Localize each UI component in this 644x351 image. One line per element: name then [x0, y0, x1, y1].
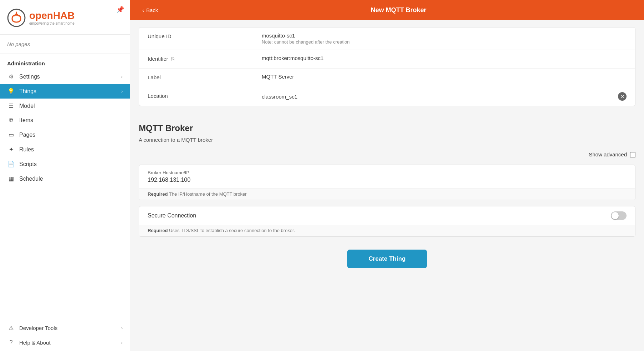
description-section: MQTT Broker A connection to a MQTT broke…	[130, 113, 644, 165]
sidebar-item-model-label: Model	[19, 103, 123, 109]
logo-text: openHAB empowering the smart home	[29, 11, 75, 25]
help-about-chevron-icon: ›	[121, 340, 123, 345]
settings-icon: ⚙	[7, 73, 15, 80]
content-area: Unique ID mosquitto-sc1 Note: cannot be …	[130, 20, 644, 351]
sidebar-bottom: ⚠ Developer Tools › ? Help & About ›	[0, 319, 130, 351]
sidebar-item-pages[interactable]: ▭ Pages	[0, 127, 130, 142]
show-advanced-checkbox[interactable]	[630, 152, 635, 157]
show-advanced-label: Show advanced	[589, 151, 627, 157]
sidebar-item-settings-label: Settings	[19, 74, 117, 80]
items-icon: ⧉	[7, 117, 15, 124]
settings-chevron-icon: ›	[121, 74, 123, 79]
sidebar-item-items[interactable]: ⧉ Items	[0, 113, 130, 127]
create-thing-button[interactable]: Create Thing	[347, 250, 427, 268]
sidebar-item-items-label: Items	[19, 117, 123, 124]
secure-connection-help-text: Uses TLS/SSL to establish a secure conne…	[168, 228, 295, 233]
pages-icon: ▭	[7, 131, 15, 138]
location-label: Location	[148, 92, 262, 99]
logo-open: open	[29, 10, 53, 21]
location-row: Location classroom_sc1 ✕	[139, 87, 635, 106]
rules-icon: ✦	[7, 146, 15, 153]
broker-hostname-required: Required	[148, 191, 168, 197]
label-row: Label MQTT Server	[139, 69, 635, 87]
unique-id-label: Unique ID	[148, 32, 262, 39]
page-header: ‹ Back New MQTT Broker	[130, 0, 644, 20]
things-icon: 💡	[7, 88, 15, 95]
no-pages-label: No pages	[0, 35, 130, 54]
create-button-container: Create Thing	[130, 242, 644, 279]
page-title: New MQTT Broker	[162, 6, 635, 14]
sidebar-item-developer-tools[interactable]: ⚠ Developer Tools ›	[0, 321, 130, 335]
main-content: ‹ Back New MQTT Broker Unique ID mosquit…	[130, 0, 644, 351]
schedule-icon: ▦	[7, 175, 15, 182]
things-chevron-icon: ›	[121, 89, 123, 94]
description-text: A connection to a MQTT broker	[139, 137, 635, 143]
logo-tagline: empowering the smart home	[29, 21, 75, 25]
broker-hostname-help: Required The IP/Hostname of the MQTT bro…	[139, 189, 635, 200]
unique-id-value: mosquitto-sc1 Note: cannot be changed af…	[262, 32, 627, 45]
location-clear-button[interactable]: ✕	[618, 92, 627, 101]
identifier-row: Identifier ⎘ mqtt:broker:mosquitto-sc1	[139, 50, 635, 69]
identifier-label-text: Identifier	[148, 56, 168, 62]
logo-hab: HAB	[53, 10, 75, 21]
sidebar-item-settings[interactable]: ⚙ Settings ›	[0, 69, 130, 84]
location-value-container: classroom_sc1 ✕	[262, 92, 627, 101]
sidebar-item-schedule-label: Schedule	[19, 176, 123, 182]
model-icon: ☰	[7, 102, 15, 109]
secure-connection-help: Required Uses TLS/SSL to establish a sec…	[139, 225, 635, 236]
show-advanced-row: Show advanced	[139, 149, 635, 157]
unique-id-row: Unique ID mosquitto-sc1 Note: cannot be …	[139, 27, 635, 50]
location-value: classroom_sc1	[262, 94, 615, 100]
secure-connection-card: Secure Connection Required Uses TLS/SSL …	[139, 206, 635, 237]
unique-id-note: Note: cannot be changed after the creati…	[262, 39, 627, 45]
sidebar-item-scripts[interactable]: 📄 Scripts	[0, 157, 130, 171]
sidebar: 📌 openHAB empowering the smart home No p…	[0, 0, 130, 351]
broker-hostname-label: Broker Hostname/IP	[148, 170, 627, 175]
broker-hostname-value[interactable]: 192.168.131.100	[148, 177, 627, 183]
identifier-value: mqtt:broker:mosquitto-sc1	[262, 55, 627, 61]
openhab-logo-icon	[7, 9, 26, 27]
sidebar-item-schedule[interactable]: ▦ Schedule	[0, 171, 130, 186]
broker-hostname-card: Broker Hostname/IP 192.168.131.100 Requi…	[139, 165, 635, 200]
administration-section-title: Administration	[0, 54, 130, 69]
sidebar-item-rules[interactable]: ✦ Rules	[0, 142, 130, 157]
secure-connection-required: Required	[148, 228, 168, 233]
sidebar-item-pages-label: Pages	[19, 132, 123, 138]
sidebar-item-things-label: Things	[19, 88, 117, 95]
label-label: Label	[148, 74, 262, 80]
sidebar-item-developer-tools-label: Developer Tools	[19, 325, 117, 331]
sidebar-item-rules-label: Rules	[19, 146, 123, 153]
metadata-form-card: Unique ID mosquitto-sc1 Note: cannot be …	[139, 27, 635, 106]
description-title: MQTT Broker	[139, 123, 635, 133]
back-chevron-icon: ‹	[142, 7, 144, 13]
pin-icon[interactable]: 📌	[116, 6, 124, 14]
back-button[interactable]: ‹ Back	[139, 5, 162, 15]
developer-tools-chevron-icon: ›	[121, 325, 123, 331]
secure-connection-label: Secure Connection	[148, 212, 611, 219]
broker-hostname-field: Broker Hostname/IP 192.168.131.100	[139, 165, 635, 189]
sidebar-item-things[interactable]: 💡 Things ›	[0, 84, 130, 99]
copy-icon[interactable]: ⎘	[171, 56, 174, 62]
sidebar-item-scripts-label: Scripts	[19, 161, 123, 167]
sidebar-item-model[interactable]: ☰ Model	[0, 99, 130, 113]
help-about-icon: ?	[7, 339, 15, 346]
unique-id-text: mosquitto-sc1	[262, 32, 627, 39]
broker-hostname-help-text: The IP/Hostname of the MQTT broker	[168, 191, 246, 197]
secure-connection-toggle[interactable]	[611, 211, 627, 220]
identifier-label: Identifier ⎘	[148, 55, 262, 62]
sidebar-item-help-about[interactable]: ? Help & About ›	[0, 335, 130, 350]
label-value: MQTT Server	[262, 74, 627, 80]
sidebar-item-help-about-label: Help & About	[19, 340, 117, 346]
scripts-icon: 📄	[7, 161, 15, 167]
developer-tools-icon: ⚠	[7, 325, 15, 331]
sidebar-logo: openHAB empowering the smart home	[0, 0, 130, 35]
back-button-label: Back	[146, 7, 158, 13]
logo-brand: openHAB	[29, 11, 75, 21]
secure-connection-row: Secure Connection	[139, 206, 635, 225]
